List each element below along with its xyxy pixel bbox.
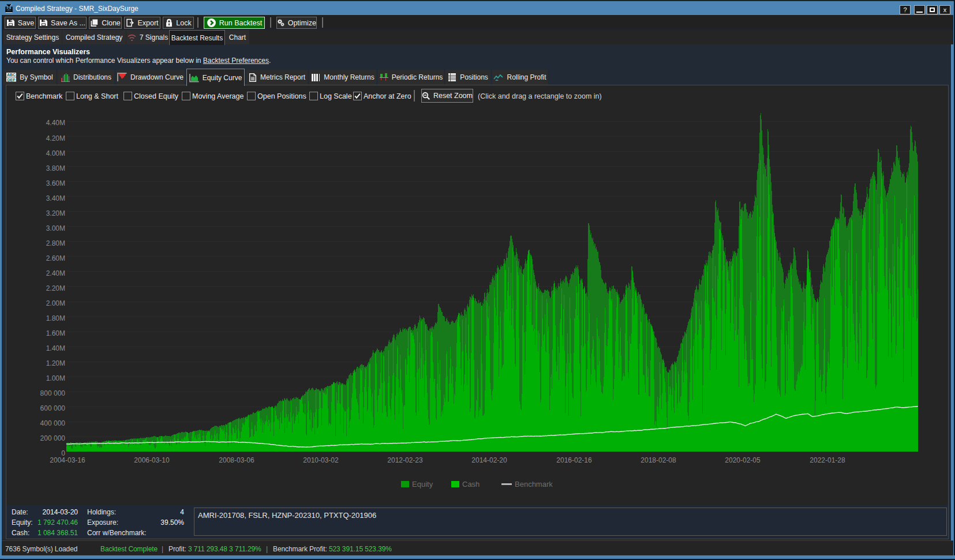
svg-text:2010-03-02: 2010-03-02 [303, 456, 339, 464]
svg-text:2012-02-23: 2012-02-23 [387, 456, 423, 464]
svg-text:3.40M: 3.40M [46, 194, 65, 202]
svg-text:3.60M: 3.60M [46, 179, 65, 187]
svg-text:1.20M: 1.20M [46, 359, 65, 367]
svg-text:4.20M: 4.20M [46, 134, 65, 142]
svg-text:2004-03-16: 2004-03-16 [50, 456, 85, 464]
svg-text:3.20M: 3.20M [46, 209, 65, 217]
svg-text:800 000: 800 000 [40, 389, 66, 397]
svg-text:2.00M: 2.00M [46, 299, 65, 307]
svg-text:400 000: 400 000 [40, 419, 66, 427]
svg-text:2.20M: 2.20M [46, 284, 65, 292]
svg-text:4.00M: 4.00M [46, 149, 65, 157]
svg-text:2.60M: 2.60M [46, 254, 65, 262]
svg-text:3.00M: 3.00M [46, 224, 65, 232]
svg-text:4.40M: 4.40M [46, 119, 65, 127]
svg-text:2020-02-05: 2020-02-05 [725, 456, 761, 464]
svg-text:2008-03-06: 2008-03-06 [219, 456, 254, 464]
svg-text:1.40M: 1.40M [46, 344, 65, 352]
svg-text:1.60M: 1.60M [46, 329, 65, 337]
svg-text:2016-02-16: 2016-02-16 [556, 456, 592, 464]
svg-text:2014-02-20: 2014-02-20 [471, 456, 507, 464]
svg-text:2022-01-28: 2022-01-28 [810, 456, 845, 464]
svg-text:1.80M: 1.80M [46, 314, 65, 322]
svg-text:1.00M: 1.00M [46, 374, 65, 382]
svg-text:2018-02-08: 2018-02-08 [641, 456, 676, 464]
svg-text:2.80M: 2.80M [46, 239, 65, 247]
svg-text:600 000: 600 000 [40, 404, 66, 412]
svg-text:3.80M: 3.80M [46, 164, 65, 172]
svg-text:2006-03-10: 2006-03-10 [134, 456, 170, 464]
svg-text:200 000: 200 000 [40, 434, 66, 442]
svg-text:2.40M: 2.40M [46, 269, 65, 277]
